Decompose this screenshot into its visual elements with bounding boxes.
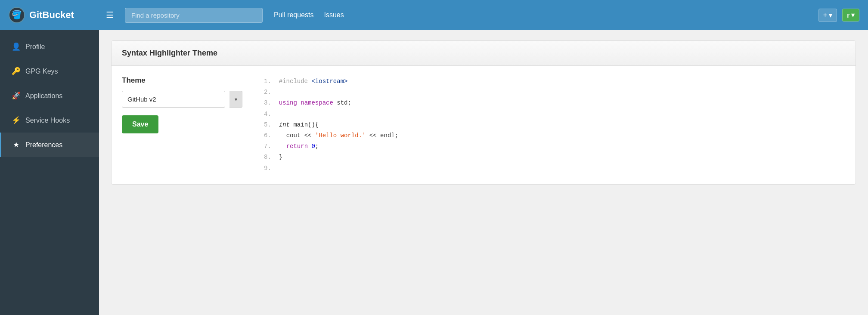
theme-select[interactable]: Default GitHub GitHub v2 Solarized Light… [122,91,225,108]
sidebar-item-gpg-keys[interactable]: 🔑 GPG Keys [0,59,99,83]
logo-text: GitBucket [29,9,74,21]
hamburger-button[interactable]: ☰ [102,7,118,23]
sidebar: 👤 Profile 🔑 GPG Keys 🚀 Applications ⚡ Se… [0,30,99,315]
bolt-icon: ⚡ [12,116,20,125]
code-preview: 1. #include <iostream> 2. 3. using names… [260,76,845,174]
svg-text:🪣: 🪣 [12,10,22,20]
gitbucket-logo: 🪣 [9,7,25,23]
sidebar-item-applications[interactable]: 🚀 Applications [0,83,99,108]
main-layout: 👤 Profile 🔑 GPG Keys 🚀 Applications ⚡ Se… [0,30,868,315]
select-arrow-icon: ▾ [229,91,242,108]
code-line-2: 2. [260,87,845,98]
line-num-8: 8. [260,152,279,163]
syntax-highlighter-card: Syntax Highlighter Theme Theme Default G… [111,40,856,185]
header: 🪣 GitBucket ☰ Pull requests Issues + ▾ r… [0,0,868,30]
key-icon: 🔑 [12,67,20,76]
line-code-1: #include <iostream> [279,76,845,87]
code-line-4: 4. [260,109,845,120]
sidebar-item-service-hooks[interactable]: ⚡ Service Hooks [0,108,99,133]
theme-label: Theme [122,76,242,85]
line-num-3: 3. [260,98,279,108]
code-line-8: 8. } [260,152,845,163]
sidebar-item-label-preferences: Preferences [25,141,62,149]
line-num-2: 2. [260,87,279,98]
code-line-1: 1. #include <iostream> [260,76,845,87]
theme-section: Theme Default GitHub GitHub v2 Solarized… [122,76,242,133]
line-code-8: } [279,152,845,163]
header-nav: Pull requests Issues [274,11,344,19]
code-line-9: 9. [260,163,845,174]
sidebar-item-label-gpgkeys: GPG Keys [25,68,58,75]
line-code-3: using namespace std; [279,98,845,108]
user-menu-button[interactable]: r ▾ [842,9,859,22]
profile-icon: 👤 [12,42,20,51]
code-line-3: 3. using namespace std; [260,98,845,108]
code-line-7: 7. return 0; [260,141,845,152]
line-code-9 [279,163,845,174]
code-line-6: 6. cout << 'Hello world.' << endl; [260,130,845,141]
issues-link[interactable]: Issues [324,11,344,19]
line-num-1: 1. [260,76,279,87]
code-table: 1. #include <iostream> 2. 3. using names… [260,76,845,174]
rocket-icon: 🚀 [12,91,20,100]
line-num-7: 7. [260,141,279,152]
line-num-6: 6. [260,130,279,141]
line-code-2 [279,87,845,98]
search-input[interactable] [125,8,263,23]
star-icon: ★ [12,140,20,149]
card-body: Theme Default GitHub GitHub v2 Solarized… [112,66,856,184]
card-header: Syntax Highlighter Theme [112,41,856,66]
sidebar-item-label-profile: Profile [25,43,45,51]
sidebar-item-label-applications: Applications [25,92,62,100]
line-code-6: cout << 'Hello world.' << endl; [279,130,845,141]
pull-requests-link[interactable]: Pull requests [274,11,314,19]
line-num-4: 4. [260,109,279,120]
sidebar-item-label-servicehooks: Service Hooks [25,117,70,124]
header-right: + ▾ r ▾ [818,9,859,22]
line-num-9: 9. [260,163,279,174]
code-line-5: 5. int main(){ [260,120,845,130]
line-code-4 [279,109,845,120]
save-button[interactable]: Save [122,115,158,133]
line-num-5: 5. [260,120,279,130]
sidebar-item-profile[interactable]: 👤 Profile [0,34,99,59]
logo: 🪣 GitBucket [9,7,95,23]
line-code-5: int main(){ [279,120,845,130]
line-code-7: return 0; [279,141,845,152]
theme-select-wrapper: Default GitHub GitHub v2 Solarized Light… [122,91,242,108]
main-content: Syntax Highlighter Theme Theme Default G… [99,30,868,315]
new-item-button[interactable]: + ▾ [818,9,837,22]
sidebar-item-preferences[interactable]: ★ Preferences [0,133,99,157]
card-title: Syntax Highlighter Theme [122,49,217,57]
